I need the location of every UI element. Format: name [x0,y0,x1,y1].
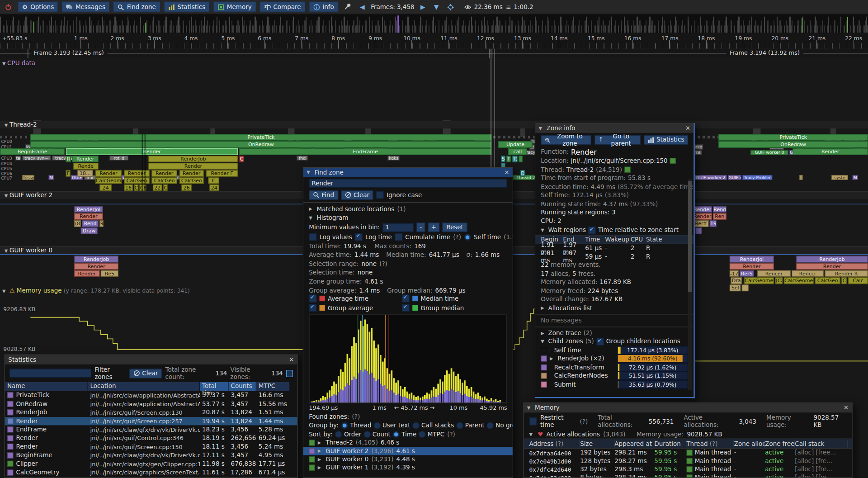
child-zone-row[interactable]: RecalcTransform 72.92 μs (1.62%) [535,363,693,372]
timeline-zone[interactable]: RenderJ [693,206,712,213]
frame-dropdown-button[interactable]: ▼ [431,2,442,12]
wait-regions-header[interactable]: ▼ Wait regions Time relative to zone sta… [535,225,693,235]
cpu-zone[interactable]: Tracy Profiler [742,175,772,180]
scrollbar[interactable] [688,179,692,391]
bin-minus-button[interactable]: - [416,222,425,232]
histogram-legend-item[interactable]: Average time [309,294,402,302]
close-icon[interactable]: ✕ [844,404,849,412]
self-time-toggle[interactable] [464,233,471,241]
timeline-zone[interactable]: Re5 [101,270,118,277]
find-zone-button[interactable]: Find zone [113,2,160,12]
legend-checkbox[interactable] [402,304,410,312]
timeline-zone[interactable]: Render [730,263,774,270]
cpu-zone[interactable]: M [49,175,54,180]
frames-row[interactable]: Frame 3,193 (22.45 ms) Frame 3,194 (13.9… [0,49,868,58]
timeline-zone[interactable]: Renccr [792,270,824,277]
info-button[interactable]: Info [309,2,339,12]
statistics-row[interactable]: Render jni/../jni/src/guif/Screen.cpp:25… [5,416,297,425]
timeline-zone[interactable]: (8 [74,220,81,227]
time-ruler[interactable]: +55.83 s 1 ms2 ms3 ms4 ms5 ms6 ms7 ms8 m… [0,34,868,49]
statistics-row[interactable]: CalcGeometry jni/../jni/src/claw/graphic… [5,468,297,477]
statistics-row[interactable]: Render jni/../jni/src/guif/Control.cpp:3… [5,434,297,442]
child-zone-row[interactable]: Submit 35.63 μs (0.79%) [535,380,693,389]
found-zone-group[interactable]: ▶ GUIF worker 2(3,296)4.61 s [303,447,513,455]
timeline-zone[interactable]: BeginFrame [0,148,65,155]
timeline-zone[interactable]: CalcGeo [179,177,204,184]
find-button[interactable]: Find [309,190,338,200]
sort-by-radio[interactable]: Time [393,431,417,438]
clear-filter-button[interactable]: Clear [129,369,162,378]
timeline-zone[interactable]: Draw [81,227,98,234]
options-button[interactable]: ⚙Options [18,2,58,12]
timeline-zone[interactable]: Render [693,213,712,220]
zone-trace-header[interactable]: ▶Zone trace(2) [535,329,693,337]
timeline-zone[interactable] [519,156,523,162]
cpu-zone[interactable]: tracy_syn— [22,156,51,161]
group-by-radio[interactable]: No groupi [487,421,513,429]
statistics-row[interactable]: OnRedraw jni/../jni/src/claw/application… [5,399,297,408]
timeline-zone[interactable]: T [506,156,511,162]
legend-checkbox[interactable] [309,304,316,312]
timeline-zone[interactable]: Render [72,156,99,162]
timeline-zone[interactable]: Render [793,148,868,155]
found-zone-group[interactable]: ▶ GUIF worker 0(3,231)4.48 s [303,455,513,464]
group-by-radio[interactable]: Thread [341,421,372,429]
histogram-section-header[interactable]: ▼ Histogram [303,213,513,222]
timeline-zone[interactable]: C [208,177,219,184]
timeline-zone[interactable] [742,284,749,291]
histogram-legend-item[interactable]: Group average [309,304,402,312]
timeline-zone[interactable]: OnRedraw [30,141,491,148]
timeline-zone[interactable]: 26 [182,185,192,191]
group-by-radio[interactable]: Parent [456,421,485,429]
timeline-zone[interactable]: Calc [848,277,868,284]
timeline-zone[interactable]: Render [152,170,177,177]
find-zone-histogram[interactable] [309,315,507,403]
statistics-button[interactable]: Statistics [164,2,210,12]
prev-frame-button[interactable]: ◀ [357,2,368,12]
statistics-titlebar[interactable]: Statistics ✕ [5,355,297,364]
log-values-checkbox[interactable] [309,233,316,241]
sort-by-radio[interactable]: Count [363,431,391,438]
timeline-zone[interactable]: CalcGeomet [784,277,814,284]
child-zone-row[interactable]: ▶ RenderJob (×2) 4.16 ms (92.60%) [535,355,693,363]
timeline-zone[interactable]: Render [179,170,204,177]
filter-zones-input[interactable] [9,369,91,378]
timeline-zone[interactable]: PrivateTick [30,134,491,141]
timeline-zone[interactable]: C [163,185,168,191]
group-by-radio[interactable]: Call stacks [412,421,454,429]
find-zone-titlebar[interactable]: ▼ Find zone ✕ [303,168,513,177]
timeline-zone[interactable]: Render [148,163,238,170]
ignore-case-checkbox[interactable] [376,191,384,199]
restrict-time-checkbox[interactable] [529,417,537,425]
matched-source-locations[interactable]: ▶ Matched source locations(1) [303,204,513,213]
zoom-to-zone-button[interactable]: Zoom to zone [541,135,591,145]
cumulate-time-checkbox[interactable] [395,233,402,241]
sync-highlight-toggle[interactable] [286,369,293,377]
timeline-zone[interactable]: 22 [153,185,162,191]
frame-overview-strip[interactable] [0,15,868,33]
statistics-table-header[interactable]: NameLocation Total timCounts MTPC [5,382,297,391]
compare-button[interactable]: Compare [259,2,306,12]
statistics-row[interactable]: Render jni/../jni/src/guif/Screen.cpp:15… [5,442,297,451]
timeline-zone[interactable]: 9 [99,220,104,227]
power-button[interactable] [2,2,14,12]
zone-thread[interactable]: Thread-2 [566,166,594,173]
allocation-row[interactable]: 0x7dfc53d998 8 bytes 298.34 ms 59.95 s M… [524,473,852,478]
timeline-zone[interactable]: Rencer [757,270,790,277]
timeline-zone[interactable] [695,227,702,234]
messages-button[interactable]: Messages [61,2,109,12]
timeline-zone[interactable]: 16 [124,185,133,191]
timeline-zone[interactable]: Sel [730,284,741,291]
timeline-zone[interactable]: CalcGeo [152,177,177,184]
timeline-zone[interactable]: Dra [731,277,741,284]
timeline-zone[interactable]: F [66,170,71,177]
timeline-zone[interactable]: RenderJob [74,256,118,263]
timeline-zone[interactable]: call [508,148,527,155]
timeline-zone[interactable]: CalcGeo [124,177,149,184]
timeline-zone[interactable]: Render [74,213,103,220]
timeline-zone[interactable]: C [239,156,244,162]
next-frame-button[interactable]: ▶ [418,2,428,12]
scrollbar-thumb[interactable] [688,181,692,292]
memory-button[interactable]: Memory [213,2,256,12]
timeline-zone[interactable]: R [66,156,71,162]
